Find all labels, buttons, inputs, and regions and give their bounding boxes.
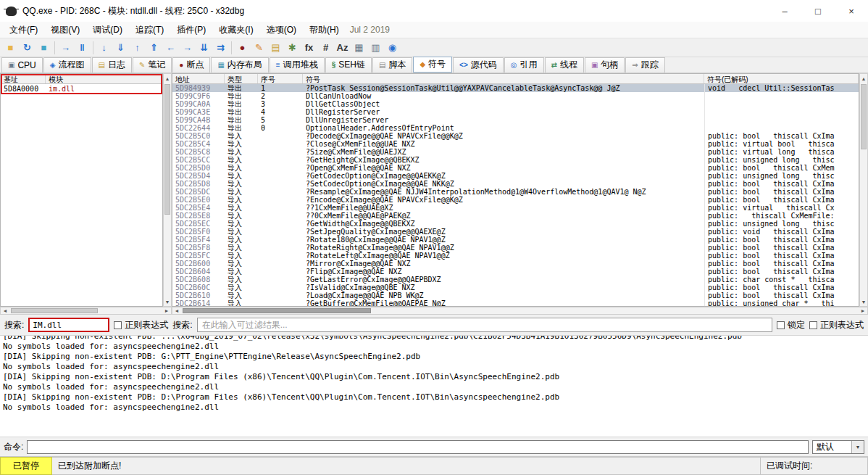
menu-item[interactable]: 视图(V) (44, 22, 86, 38)
patches-icon[interactable]: ✎ (251, 40, 267, 55)
menu-item[interactable]: 帮助(H) (303, 22, 346, 38)
step-over-icon[interactable]: ⇓ (113, 40, 128, 55)
column-header-type[interactable]: 类型 (225, 74, 258, 83)
tab-script[interactable]: ▤脚本 (372, 57, 412, 73)
menu-item[interactable]: 插件(P) (170, 22, 212, 38)
command-input[interactable] (27, 440, 809, 454)
symbol-row[interactable]: 5DC2B5F0导入?SetJpegQuality@CxImage@@QAEXE… (172, 228, 859, 236)
comments-icon[interactable]: ▤ (268, 40, 283, 55)
memory-grid-icon[interactable]: ▦ (351, 40, 367, 55)
symbol-row[interactable]: 5DC2B600导入?Mirror@CxImage@@QAE_NXZpublic… (172, 260, 859, 268)
menu-item[interactable]: 选项(O) (260, 22, 303, 38)
tab-references[interactable]: ◎引用 (504, 57, 544, 73)
regex-checkbox[interactable] (114, 321, 122, 329)
close-button[interactable]: × (835, 0, 868, 22)
minimize-button[interactable]: – (768, 0, 801, 22)
tab-symbols[interactable]: ◆符号 (413, 57, 452, 73)
symbol-row[interactable]: 5DC2B5CC导入?GetHeight@CxImage@@QBEKXZpubl… (172, 156, 859, 164)
symbol-row[interactable]: 5DC2B608导入?GetLastError@CxImage@@QAEPBDX… (172, 276, 859, 284)
symbol-row[interactable]: 5DC2B5E0导入?Encode@CxImage@@QAE_NPAVCxFil… (172, 196, 859, 204)
tab-cpu[interactable]: ▣CPU (1, 57, 43, 73)
scroll-thumb[interactable] (164, 84, 170, 215)
open-file-icon[interactable]: ■ (3, 40, 18, 55)
chevron-down-icon[interactable]: ▼ (851, 441, 864, 453)
symbol-row[interactable]: 5DC2B5E8导入??0CxMemFile@@QAE@PAEK@Zpublic… (172, 212, 859, 220)
symbol-row[interactable]: 5D99C9F6导出2DllCanUnloadNow (172, 92, 859, 100)
table-icon[interactable]: ▥ (368, 40, 383, 55)
tab-seh[interactable]: §SEH链 (325, 57, 372, 73)
tab-trace[interactable]: ⇒跟踪 (625, 57, 664, 73)
menu-item[interactable]: 追踪(T) (129, 22, 170, 38)
column-header-ordinal[interactable]: 序号 (258, 74, 303, 83)
menu-item[interactable]: 调试(D) (86, 22, 129, 38)
symbol-row[interactable]: 5DC2B5F4导入?Rotate180@CxImage@@QAE_NPAV1@… (172, 236, 859, 244)
symbol-row[interactable]: 5DC2B614导入?GetBuffer@CxMemFile@@QAEPAE_N… (172, 300, 859, 307)
column-header-module[interactable]: 模块 (46, 74, 162, 83)
tab-breakpoints[interactable]: ●断点 (172, 57, 210, 73)
hash-icon[interactable]: # (318, 40, 333, 55)
scroll-left-icon[interactable]: ◄ (1, 307, 9, 314)
tab-memory-map[interactable]: ▦内存布局 (211, 57, 268, 73)
symbol-row[interactable]: 5DC2B5F8导入?RotateRight@CxImage@@QAE_NPAV… (172, 244, 859, 252)
symbol-row[interactable]: 5DC2B5C4导入?Close@CxMemFile@@UAE_NXZpubli… (172, 140, 859, 148)
scroll-thumb[interactable] (183, 308, 371, 313)
symbol-row[interactable]: 5DC2B5EC导入?GetWidth@CxImage@@QBEKXZpubli… (172, 220, 859, 228)
symbol-row[interactable]: 5DC2B60C导入?IsValid@CxImage@@QBE_NXZpubli… (172, 284, 859, 292)
execute-till-return-icon[interactable]: ↑ (130, 40, 145, 55)
restart-icon[interactable]: ↻ (20, 40, 35, 55)
symbol-row[interactable]: 5D99CA4B导出5DllUnregisterServer (172, 116, 859, 124)
search-input[interactable] (28, 318, 109, 332)
modules-hscrollbar[interactable]: ◄ ► (0, 307, 172, 315)
symbol-row[interactable]: 5D99CA3E导出4DllRegisterServer (172, 108, 859, 116)
scroll-up-icon[interactable]: ▲ (860, 74, 867, 83)
scroll-thumb[interactable] (861, 84, 867, 149)
trace-over-icon[interactable]: ⇉ (213, 40, 228, 55)
tab-threads[interactable]: ⇄线程 (545, 57, 584, 73)
regex2-checkbox-group[interactable]: 正则表达式 (809, 319, 864, 331)
settings-gear-icon[interactable]: ✱ (285, 40, 300, 55)
scroll-thumb[interactable] (11, 308, 98, 313)
scroll-left-icon[interactable]: ◄ (172, 307, 181, 314)
tab-notes[interactable]: ✎笔记 (133, 57, 172, 73)
scroll-down-icon[interactable]: ▼ (164, 297, 171, 306)
forward-icon[interactable]: → (180, 40, 195, 55)
symbol-row[interactable]: 5DC2B5FC导入?RotateLeft@CxImage@@QAE_NPAV1… (172, 252, 859, 260)
lock-checkbox-group[interactable]: 锁定 (777, 319, 805, 331)
column-header-base[interactable]: 基址 (1, 74, 46, 83)
regex-checkbox-group[interactable]: 正则表达式 (114, 319, 168, 331)
scroll-right-icon[interactable]: ► (859, 307, 867, 314)
symbols-vscrollbar[interactable]: ▲ ▼ (859, 73, 868, 307)
scroll-right-icon[interactable]: ► (162, 307, 171, 314)
symbol-row[interactable]: 5DC2B5DC导入?Resample@CxImage@@QAE_NJJW4In… (172, 188, 859, 196)
symbol-row[interactable]: 5DC2B5C8导入?Size@CxMemFile@@UAEJXZpublic:… (172, 148, 859, 156)
text-az-icon[interactable]: Az (335, 40, 350, 55)
maximize-button[interactable]: □ (801, 0, 835, 22)
symbol-row[interactable]: 5DC2B5D0导入?Open@CxMemFile@@QAE_NXZpublic… (172, 164, 859, 172)
pause-icon[interactable]: ‖ (75, 40, 90, 55)
lock-checkbox[interactable] (777, 321, 785, 329)
column-header-address[interactable]: 地址 (172, 74, 225, 83)
close-icon[interactable]: ■ (36, 40, 51, 55)
scroll-down-icon[interactable]: ▼ (860, 297, 867, 306)
back-icon[interactable]: ← (163, 40, 178, 55)
column-header-symbol[interactable]: 符号 (303, 74, 704, 83)
tab-source[interactable]: <>源代码 (453, 57, 504, 73)
menu-item[interactable]: 收藏夹(I) (212, 22, 259, 38)
run-to-user-code-icon[interactable]: ⇑ (146, 40, 162, 55)
filter-input[interactable] (197, 318, 772, 332)
symbols-hscrollbar[interactable]: ◄ ► (172, 307, 868, 315)
modules-vscrollbar[interactable]: ▲ ▼ (163, 73, 172, 307)
step-into-icon[interactable]: ↓ (96, 40, 112, 55)
tab-call-stack[interactable]: ≡调用堆栈 (270, 57, 325, 73)
symbol-row[interactable]: 5DC2B610导入?Load@CxImage@@QAE_NPB_WK@Zpub… (172, 292, 859, 300)
menu-item[interactable]: 文件(F) (3, 22, 44, 38)
symbol-row[interactable]: 5DC2B604导入?Flip@CxImage@@QAE_NXZpublic: … (172, 268, 859, 276)
symbol-row[interactable]: 5DC2B5D4导入?GetCodecOption@CxImage@@QAEKK… (172, 172, 859, 180)
tab-log[interactable]: ▤日志 (92, 57, 132, 73)
symbol-row[interactable]: 5DC22644导出0OptionalHeader.AddressOfEntry… (172, 124, 859, 132)
tab-handles[interactable]: ▣句柄 (585, 57, 625, 73)
tab-graph[interactable]: ◈流程图 (43, 57, 91, 73)
run-icon[interactable]: → (58, 40, 73, 55)
symbol-row[interactable]: 5D99CA0A导出3DllGetClassObject (172, 100, 859, 108)
symbol-row[interactable]: 5DC2B5C0导入?Decode@CxImage@@QAE_NPAVCxFil… (172, 132, 859, 140)
